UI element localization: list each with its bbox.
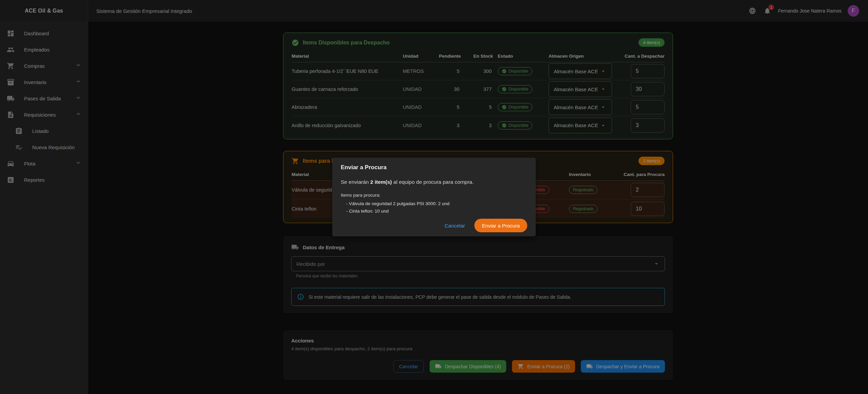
dialog-item-list: - Válvula de seguridad 2 pulgadas PSI 30… [341,201,527,216]
list-item: - Cinta teflon: 10 und [346,209,527,214]
dialog-list-label: Items para procura: [341,193,527,198]
enviar-procura-dialog: Enviar a Procura Se enviarán 2 item(s) a… [332,158,536,236]
list-item: - Válvula de seguridad 2 pulgadas PSI 30… [346,201,527,206]
dialog-title: Enviar a Procura [341,164,527,171]
dialog-confirm-button[interactable]: Enviar a Procura [474,219,527,232]
dialog-cancel-button[interactable]: Cancelar [445,223,465,229]
dialog-body: Se enviarán 2 item(s) al equipo de procu… [341,179,527,185]
